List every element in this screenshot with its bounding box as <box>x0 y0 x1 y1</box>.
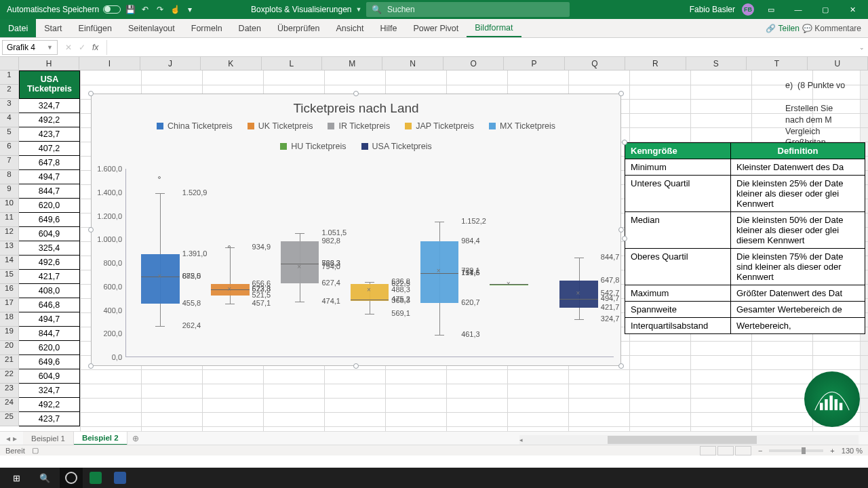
data-cell[interactable]: 604,9 <box>19 369 80 384</box>
tab-powerpivot[interactable]: Power Pivot <box>406 19 467 37</box>
data-cell[interactable]: 604,9 <box>19 227 80 241</box>
taskbar-search-icon[interactable]: 🔍 <box>31 468 58 488</box>
tab-datei[interactable]: Datei <box>0 19 36 37</box>
row-header[interactable]: 13 <box>0 241 19 256</box>
search-box[interactable]: 🔍 Suchen <box>366 2 570 17</box>
row-header[interactable]: 11 <box>0 213 19 227</box>
data-cell[interactable]: 324,7 <box>19 384 80 398</box>
touch-mode-icon[interactable]: ☝ <box>170 4 180 15</box>
formula-input[interactable] <box>106 40 856 55</box>
column-header[interactable]: U <box>808 57 868 70</box>
undo-icon[interactable]: ↶ <box>140 4 151 15</box>
zoom-slider[interactable] <box>769 449 823 452</box>
ribbon-display-icon[interactable]: ▭ <box>761 0 781 19</box>
tab-formeln[interactable]: Formeln <box>183 19 231 37</box>
row-header[interactable]: 10 <box>0 199 19 213</box>
column-header[interactable]: I <box>79 57 140 70</box>
save-icon[interactable]: 💾 <box>125 4 136 15</box>
column-header[interactable]: M <box>322 57 382 70</box>
data-cell[interactable]: 844,7 <box>19 327 80 341</box>
definitions-table[interactable]: KenngrößeDefinitionMinimumKleinster Date… <box>625 142 865 334</box>
table-handle[interactable] <box>622 236 627 241</box>
zoom-level[interactable]: 130 % <box>842 447 863 455</box>
data-cell[interactable]: 324,7 <box>19 99 80 113</box>
column-header[interactable]: J <box>140 57 201 70</box>
data-cell[interactable]: 492,6 <box>19 256 80 270</box>
accept-formula-icon[interactable]: ✓ <box>79 43 85 52</box>
view-page-layout-icon[interactable] <box>717 446 734 455</box>
taskbar-app-excel[interactable] <box>84 468 107 488</box>
sheet-tab-beispiel1[interactable]: Beispiel 1 <box>23 432 74 445</box>
user-name[interactable]: Fabio Basler <box>690 5 735 14</box>
column-header[interactable]: N <box>382 57 443 70</box>
zoom-out-button[interactable]: − <box>758 447 762 455</box>
column-header[interactable]: P <box>504 57 564 70</box>
row-header[interactable]: 18 <box>0 312 19 327</box>
data-cell[interactable]: 421,7 <box>19 270 80 284</box>
chart-handle[interactable] <box>353 363 359 369</box>
column-header[interactable]: O <box>443 57 504 70</box>
data-cell[interactable]: 620,0 <box>19 341 80 355</box>
cancel-formula-icon[interactable]: ✕ <box>65 43 72 52</box>
macro-record-icon[interactable]: ▢ <box>32 446 39 455</box>
data-cell[interactable]: 423,7 <box>19 127 80 142</box>
horizontal-scrollbar[interactable]: ◂ <box>519 435 859 445</box>
row-header[interactable]: 6 <box>0 142 19 156</box>
add-sheet-button[interactable]: ⊕ <box>127 434 144 443</box>
tab-einfuegen[interactable]: Einfügen <box>71 19 120 37</box>
data-cell[interactable]: 494,7 <box>19 312 80 327</box>
row-header[interactable]: 3 <box>0 99 19 113</box>
row-header[interactable]: 19 <box>0 327 19 341</box>
redo-icon[interactable]: ↷ <box>155 4 165 15</box>
chart-handle[interactable] <box>88 91 94 96</box>
chart-handle[interactable] <box>88 227 94 232</box>
row-header[interactable]: 12 <box>0 227 19 241</box>
minimize-button[interactable]: — <box>788 0 808 19</box>
tab-daten[interactable]: Daten <box>231 19 269 37</box>
document-title[interactable]: Boxplots & Visualisierungen▼ <box>251 0 361 19</box>
chart-object[interactable]: Ticketpreis nach Land China TicketpreisU… <box>91 94 621 366</box>
column-header[interactable]: K <box>201 57 261 70</box>
taskbar-app-word[interactable] <box>108 468 132 488</box>
data-cell[interactable]: 408,0 <box>19 284 80 298</box>
column-header[interactable]: Q <box>565 57 625 70</box>
row-header[interactable]: 8 <box>0 170 19 184</box>
user-avatar[interactable]: FB <box>742 3 754 16</box>
row-header[interactable]: 16 <box>0 284 19 298</box>
data-cell[interactable]: 649,6 <box>19 355 80 369</box>
chart-handle[interactable] <box>618 91 624 96</box>
chart-handle[interactable] <box>353 91 359 96</box>
column-header[interactable]: H <box>19 57 79 70</box>
row-header[interactable]: 15 <box>0 270 19 284</box>
row-header[interactable]: 22 <box>0 369 19 384</box>
row-header[interactable]: 25 <box>0 412 19 426</box>
tab-seitenlayout[interactable]: Seitenlayout <box>120 19 183 37</box>
table-handle[interactable] <box>622 140 627 145</box>
row-header[interactable]: 2 <box>0 85 19 99</box>
share-button[interactable]: 🔗 Teilen <box>766 24 799 33</box>
data-cell[interactable]: 407,2 <box>19 142 80 156</box>
row-header[interactable]: 14 <box>0 256 19 270</box>
tab-start[interactable]: Start <box>36 19 70 37</box>
qat-more-icon[interactable]: ▾ <box>184 4 195 15</box>
data-cell[interactable]: 492,2 <box>19 398 80 412</box>
data-cell[interactable]: 423,7 <box>19 412 80 426</box>
fx-icon[interactable]: fx <box>92 43 98 52</box>
data-cell[interactable]: 494,7 <box>19 170 80 184</box>
column-header[interactable]: T <box>747 57 807 70</box>
name-box[interactable]: Grafik 4▼ <box>2 40 58 55</box>
view-page-break-icon[interactable] <box>735 446 751 455</box>
row-header[interactable]: 23 <box>0 384 19 398</box>
row-header[interactable]: 1 <box>0 70 19 85</box>
tab-ueberpruefen[interactable]: Überprüfen <box>269 19 328 37</box>
row-header[interactable]: 24 <box>0 398 19 412</box>
row-header[interactable]: 20 <box>0 341 19 355</box>
tab-hilfe[interactable]: Hilfe <box>372 19 406 37</box>
row-header[interactable]: 5 <box>0 127 19 142</box>
comments-button[interactable]: 💬 Kommentare <box>802 24 861 33</box>
row-header[interactable]: 4 <box>0 113 19 127</box>
column-header[interactable]: S <box>686 57 747 70</box>
row-header[interactable]: 7 <box>0 156 19 170</box>
data-cell[interactable]: 844,7 <box>19 184 80 199</box>
data-cell[interactable]: 492,2 <box>19 113 80 127</box>
